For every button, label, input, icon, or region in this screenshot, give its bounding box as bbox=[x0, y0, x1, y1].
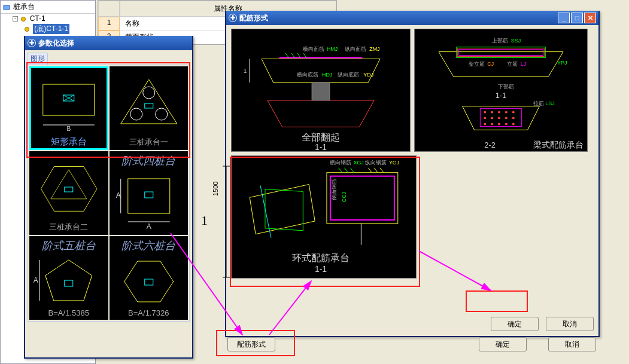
svg-text:HDJ: HDJ bbox=[322, 72, 332, 78]
node-icon bbox=[25, 27, 29, 32]
thumb-caption: 三桩承台二 bbox=[29, 222, 108, 233]
svg-rect-48 bbox=[459, 50, 543, 56]
dimension-axis: 1500 1 bbox=[214, 160, 230, 283]
thumb-step-5[interactable]: 阶式五桩台 A B=A/1.5385 bbox=[29, 236, 108, 320]
svg-marker-11 bbox=[41, 167, 97, 212]
svg-point-61 bbox=[491, 111, 493, 114]
dim-b: B bbox=[66, 126, 71, 132]
thumbnail-grid: B 矩形承台 三桩承台一 bbox=[28, 65, 190, 322]
svg-point-71 bbox=[491, 123, 493, 125]
titlebar[interactable]: ✚ 参数化选择 bbox=[25, 36, 192, 50]
svg-marker-27 bbox=[268, 100, 374, 127]
svg-text:纵向底筋: 纵向底筋 bbox=[338, 72, 359, 78]
svg-line-86 bbox=[380, 168, 384, 173]
thumb-tri-cap-1[interactable]: 三桩承台一 bbox=[110, 66, 189, 150]
thumb-tri-cap-2[interactable]: 三桩承台二 bbox=[29, 151, 108, 235]
collapse-icon[interactable]: - bbox=[13, 16, 18, 22]
svg-rect-10 bbox=[144, 103, 153, 108]
param-select-dialog: ✚ 参数化选择 图形 B 矩形承台 bbox=[24, 36, 193, 359]
tree-node-ct1-1[interactable]: (底)CT-1-1 bbox=[1, 23, 95, 35]
thumb-caption: 矩形承台 bbox=[29, 136, 108, 148]
axis-label: 1 bbox=[201, 213, 208, 228]
svg-text:横向底筋: 横向底筋 bbox=[297, 72, 318, 78]
svg-text:2-2: 2-2 bbox=[484, 140, 496, 149]
thumb-caption: B=A/1.7326 bbox=[110, 308, 189, 317]
svg-line-30 bbox=[291, 53, 294, 58]
cancel-button[interactable]: 取消 bbox=[546, 317, 594, 331]
tree-root-label: 桩承台 bbox=[13, 2, 35, 11]
svg-text:ZMJ: ZMJ bbox=[369, 46, 379, 52]
thumb-step-4[interactable]: 阶式四桩台 A A bbox=[110, 151, 189, 235]
svg-point-60 bbox=[484, 111, 486, 114]
tree-root[interactable]: 桩承台 bbox=[1, 1, 95, 14]
thumb-step-6[interactable]: 阶式六桩台 B=A/1.7326 bbox=[110, 236, 189, 320]
svg-point-9 bbox=[155, 108, 167, 120]
svg-text:1-1: 1-1 bbox=[315, 142, 327, 151]
svg-text:1-1: 1-1 bbox=[496, 91, 507, 100]
axis-dim-label: 1500 bbox=[212, 182, 219, 196]
svg-text:下部筋: 下部筋 bbox=[498, 84, 514, 90]
titlebar[interactable]: ✚ 配筋形式 _ □ ✕ bbox=[226, 11, 598, 25]
tree-node-ct1[interactable]: - CT-1 bbox=[1, 14, 95, 23]
rebar-style-button[interactable]: 配筋形式 bbox=[227, 337, 275, 351]
svg-marker-26 bbox=[262, 59, 380, 83]
preview-beam-rebar[interactable]: 上部筋SSJ 架立筋CJ 立筋LJ YPJ 下部筋 1-1 拉筋LSJ bbox=[414, 29, 588, 152]
app-icon: ✚ bbox=[229, 14, 237, 22]
svg-text:环式配筋承台: 环式配筋承台 bbox=[292, 253, 350, 263]
svg-text:纵向面筋: 纵向面筋 bbox=[345, 46, 366, 52]
dialog-title: 参数化选择 bbox=[38, 38, 74, 48]
tree-node-label: CT-1 bbox=[30, 14, 45, 23]
svg-point-63 bbox=[505, 111, 508, 114]
svg-text:梁式配筋承台: 梁式配筋承台 bbox=[533, 140, 584, 149]
svg-text:XGJ: XGJ bbox=[354, 160, 364, 166]
preview-full-turnup[interactable]: 横向面筋HMJ 纵向面筋ZMJ 横向底筋HDJ 纵向底筋YDJ 1 全部翻起 1… bbox=[231, 29, 411, 152]
svg-rect-0 bbox=[4, 5, 10, 10]
svg-text:A: A bbox=[34, 276, 38, 285]
svg-text:横向面筋: 横向面筋 bbox=[303, 46, 324, 52]
svg-point-69 bbox=[512, 117, 515, 120]
preview-ring-rebar[interactable]: 横向钢筋XGJ 纵向钢筋YGJ 侧面钢筋 CCJ 环式配筋承台 1-1 bbox=[231, 155, 417, 279]
group-label: 图形 bbox=[28, 53, 48, 65]
svg-point-62 bbox=[498, 111, 500, 114]
svg-point-65 bbox=[484, 117, 486, 120]
svg-text:YPJ: YPJ bbox=[557, 60, 567, 66]
app-icon: ✚ bbox=[28, 39, 36, 47]
thumb-rect-cap[interactable]: B 矩形承台 bbox=[29, 66, 108, 150]
svg-point-67 bbox=[498, 117, 500, 120]
svg-rect-15 bbox=[144, 192, 153, 198]
svg-marker-6 bbox=[120, 79, 177, 124]
close-button[interactable]: ✕ bbox=[584, 13, 596, 23]
svg-point-70 bbox=[484, 123, 486, 125]
minimize-button[interactable]: _ bbox=[558, 13, 570, 23]
svg-marker-12 bbox=[51, 170, 87, 199]
thumb-caption: B=A/1.5385 bbox=[29, 308, 108, 317]
maximize-button[interactable]: □ bbox=[571, 13, 583, 23]
prop-col-index bbox=[98, 1, 120, 17]
svg-text:CCJ: CCJ bbox=[341, 192, 347, 202]
dialog-title: 配筋形式 bbox=[239, 13, 268, 23]
svg-point-66 bbox=[491, 117, 493, 120]
node-icon bbox=[21, 17, 26, 22]
svg-point-73 bbox=[505, 123, 508, 125]
svg-marker-95 bbox=[265, 189, 303, 230]
svg-marker-94 bbox=[250, 185, 315, 234]
svg-text:1: 1 bbox=[244, 68, 247, 74]
svg-line-82 bbox=[345, 168, 348, 173]
svg-line-29 bbox=[285, 53, 289, 58]
svg-line-32 bbox=[303, 53, 306, 58]
svg-text:A: A bbox=[116, 191, 120, 200]
svg-text:SSJ: SSJ bbox=[511, 38, 521, 44]
svg-rect-1 bbox=[43, 84, 95, 115]
bottom-ok-button[interactable]: 确定 bbox=[479, 337, 527, 351]
bottom-cancel-button[interactable]: 取消 bbox=[548, 337, 596, 351]
prop-row-idx: 1 bbox=[98, 17, 120, 30]
svg-text:YGJ: YGJ bbox=[389, 160, 399, 166]
pv1-caption: 全部翻起 bbox=[302, 132, 340, 142]
svg-rect-25 bbox=[144, 279, 153, 285]
ok-button[interactable]: 确定 bbox=[491, 317, 539, 331]
svg-text:上部筋: 上部筋 bbox=[492, 38, 508, 44]
svg-rect-13 bbox=[65, 187, 73, 192]
svg-text:侧面钢筋: 侧面钢筋 bbox=[331, 179, 337, 200]
svg-rect-46 bbox=[457, 47, 546, 58]
svg-rect-79 bbox=[327, 173, 398, 224]
